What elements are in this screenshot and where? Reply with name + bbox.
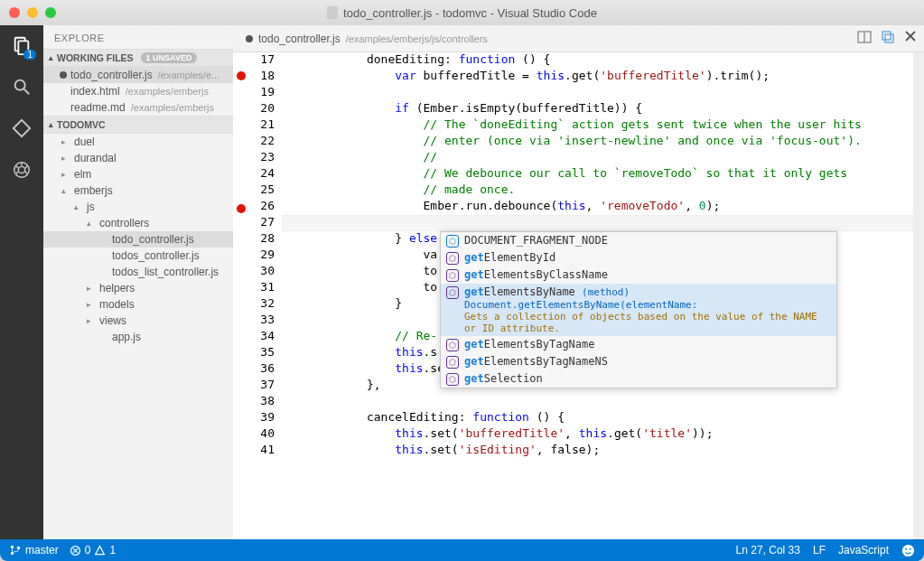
minimap[interactable] [913, 52, 924, 539]
file-path: /examples/e... [158, 70, 219, 80]
maximize-window-icon[interactable] [45, 7, 56, 18]
tree-item[interactable]: ▸elm [43, 166, 233, 182]
suggest-label: getElementsByName (method) Document.getE… [464, 285, 831, 334]
suggest-item[interactable]: ⬡getSelection [441, 370, 836, 388]
tree-item[interactable]: ▸views [43, 313, 233, 329]
editor-tab[interactable]: todo_controller.js /examples/emberjs/js/… [240, 33, 493, 45]
tree-item[interactable]: ▴emberjs [43, 182, 233, 199]
split-editor-icon[interactable] [857, 30, 872, 48]
explorer-badge: 1 [23, 50, 36, 60]
file-name: readme.md [70, 101, 126, 114]
tree-item[interactable]: todos_list_controller.js [43, 264, 233, 280]
method-icon: ⬡ [446, 286, 459, 299]
svg-point-23 [902, 544, 914, 556]
working-files-label: WORKING FILES [57, 52, 134, 63]
code-editor[interactable]: 1718192021222324252627282930313233343536… [233, 52, 924, 539]
warning-count: 1 [109, 544, 116, 556]
breakpoint-gutter[interactable] [233, 52, 249, 539]
working-file-row[interactable]: index.html/examples/emberjs [43, 83, 233, 99]
suggest-label: DOCUMENT_FRAGMENT_NODE [464, 234, 831, 247]
line-number-gutter[interactable]: 1718192021222324252627282930313233343536… [249, 52, 282, 539]
working-files-list: todo_controller.js/examples/e...index.ht… [43, 67, 233, 116]
suggest-label: getSelection [464, 372, 831, 385]
tree-item[interactable]: ▴js [43, 199, 233, 215]
svg-line-8 [25, 165, 28, 168]
chevron-icon: ▸ [61, 170, 70, 179]
suggest-item[interactable]: ⬡DOCUMENT_FRAGMENT_NODE [441, 232, 836, 249]
close-window-icon[interactable] [9, 7, 20, 18]
chevron-icon: ▸ [61, 154, 70, 163]
method-icon: ⬡ [446, 252, 459, 265]
more-icon[interactable] [881, 30, 895, 48]
svg-point-25 [910, 547, 911, 549]
tree-label: app.js [112, 331, 141, 343]
tree-label: todos_list_controller.js [112, 266, 219, 278]
titlebar[interactable]: todo_controller.js - todomvc - Visual St… [0, 0, 924, 25]
svg-rect-13 [882, 32, 891, 40]
git-icon[interactable] [9, 116, 34, 141]
working-files-header[interactable]: ▴ WORKING FILES 1 UNSAVED [43, 49, 233, 67]
tree-item[interactable]: ▴controllers [43, 215, 233, 231]
tab-bar: todo_controller.js /examples/emberjs/js/… [233, 25, 924, 52]
tree-label: durandal [74, 152, 117, 164]
cursor-position[interactable]: Ln 27, Col 33 [736, 544, 800, 556]
activity-bar: 1 [0, 25, 43, 539]
tree-item[interactable]: ▸duel [43, 134, 233, 150]
suggest-item[interactable]: ⬡getElementsByTagNameNS [441, 353, 836, 370]
tree-item[interactable]: todos_controller.js [43, 248, 233, 264]
project-label: TODOMVC [57, 119, 105, 130]
tree-item[interactable]: ▸helpers [43, 280, 233, 296]
file-icon [327, 6, 338, 19]
tree-item[interactable]: app.js [43, 329, 233, 345]
svg-point-2 [15, 80, 25, 90]
language-mode[interactable]: JavaScript [838, 544, 889, 556]
eol-indicator[interactable]: LF [813, 544, 826, 556]
search-icon[interactable] [9, 74, 34, 99]
traffic-lights [9, 7, 56, 18]
svg-line-10 [25, 172, 28, 174]
chevron-icon: ▴ [87, 219, 96, 228]
tree-item[interactable]: todo_controller.js [43, 231, 233, 248]
suggest-item[interactable]: ⬡getElementsByName (method) Document.get… [441, 284, 836, 336]
git-branch-item[interactable]: master [9, 544, 59, 556]
problems-item[interactable]: 0 1 [70, 544, 116, 556]
feedback-icon[interactable] [901, 544, 915, 557]
minimize-window-icon[interactable] [27, 7, 38, 18]
suggest-item[interactable]: ⬡getElementsByClassName [441, 266, 836, 284]
breakpoint-icon[interactable] [237, 204, 246, 213]
modified-dot-icon [246, 35, 253, 42]
error-count: 0 [85, 544, 91, 556]
debug-icon[interactable] [9, 157, 34, 182]
sidebar: EXPLORE ▴ WORKING FILES 1 UNSAVED todo_c… [43, 25, 233, 539]
property-icon: ⬡ [446, 235, 459, 248]
svg-point-19 [17, 547, 21, 550]
tree-label: js [87, 201, 95, 213]
breakpoint-icon[interactable] [237, 71, 246, 80]
branch-name: master [25, 544, 59, 556]
app-window: todo_controller.js - todomvc - Visual St… [0, 0, 924, 561]
explorer-icon[interactable]: 1 [9, 33, 34, 58]
working-file-row[interactable]: readme.md/examples/emberjs [43, 99, 233, 116]
suggest-item[interactable]: ⬡getElementsByTagName [441, 336, 836, 353]
method-icon: ⬡ [446, 356, 459, 369]
project-header[interactable]: ▴ TODOMVC [43, 116, 233, 134]
chevron-icon: ▸ [87, 300, 96, 309]
working-file-row[interactable]: todo_controller.js/examples/e... [43, 67, 233, 83]
window-title: todo_controller.js - todomvc - Visual St… [0, 6, 924, 20]
tree-item[interactable]: ▸durandal [43, 150, 233, 166]
tree-label: controllers [99, 217, 149, 229]
suggest-item[interactable]: ⬡getElementById [441, 249, 836, 266]
tab-filename: todo_controller.js [258, 33, 341, 45]
tree-label: duel [74, 136, 95, 148]
chevron-icon: ▴ [74, 202, 83, 211]
status-bar: master 0 1 Ln 27, Col 33 LF JavaScript [0, 539, 924, 561]
close-tab-icon[interactable] [904, 30, 917, 48]
chevron-icon: ▴ [61, 186, 70, 195]
tab-path: /examples/emberjs/js/controllers [346, 33, 488, 44]
tree-label: elm [74, 168, 91, 181]
autocomplete-popup[interactable]: ⬡DOCUMENT_FRAGMENT_NODE⬡getElementById⬡g… [440, 231, 837, 388]
unsaved-badge: 1 UNSAVED [141, 52, 198, 63]
code-content[interactable]: doneEditing: function () { var bufferedT… [282, 52, 924, 539]
tree-label: todo_controller.js [112, 233, 194, 246]
tree-item[interactable]: ▸models [43, 296, 233, 313]
